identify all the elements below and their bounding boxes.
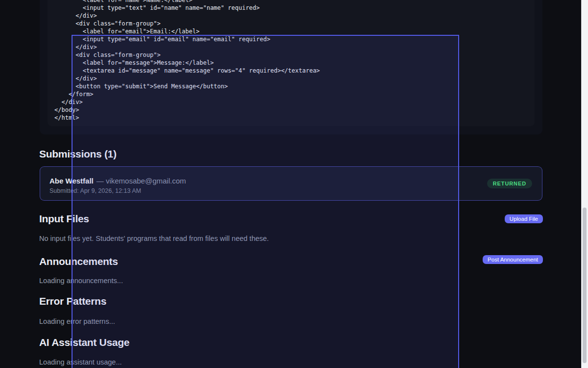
code-block-card: <label for="name">Name:</label> <input t… [40, 0, 542, 134]
post-announcement-button[interactable]: Post Announcement [483, 255, 543, 264]
ai-usage-loading-text: Loading assistant usage... [39, 358, 122, 366]
announcements-loading-text: Loading announcements... [39, 277, 123, 285]
status-badge: RETURNED [487, 179, 532, 188]
submitted-timestamp: Submitted: Apr 9, 2026, 12:13 AM [49, 187, 141, 194]
input-files-empty-text: No input files yet. Students' programs t… [39, 235, 269, 242]
scrollbar-thumb[interactable] [583, 208, 587, 363]
student-name: Abe Westfall [49, 177, 94, 185]
error-patterns-loading-text: Loading error patterns... [39, 317, 115, 325]
upload-file-button[interactable]: Upload File [505, 214, 543, 223]
student-email: — vikemosabe@gmail.com [97, 177, 186, 185]
submissions-heading: Submissions (1) [39, 148, 117, 160]
code-block-background: <label for="name">Name:</label> <input t… [48, 0, 535, 126]
submission-name-row: Abe Westfall— vikemosabe@gmail.com [49, 177, 186, 185]
html-source-code[interactable]: <label for="name">Name:</label> <input t… [48, 0, 535, 126]
announcements-heading: Announcements [39, 256, 118, 267]
scrollbar-track[interactable] [581, 0, 588, 368]
submission-card[interactable]: Abe Westfall— vikemosabe@gmail.com Submi… [40, 166, 542, 201]
assignment-page: <label for="name">Name:</label> <input t… [0, 0, 588, 368]
input-files-heading: Input Files [39, 213, 89, 225]
error-patterns-heading: Error Patterns [39, 295, 106, 307]
ai-usage-heading: AI Assistant Usage [39, 337, 129, 348]
